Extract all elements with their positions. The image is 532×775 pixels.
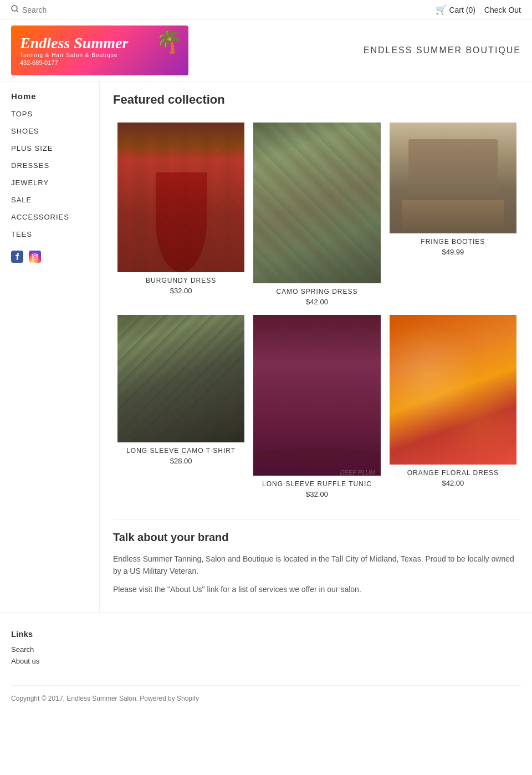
logo-box: Endless Summer Tanning & Hair Salon & Bo… <box>11 26 188 75</box>
sidebar: Home TOPS SHOES PLUS SIZE DRESSES JEWELR… <box>0 81 100 612</box>
sidebar-item-plus-size[interactable]: PLUS SIZE <box>0 140 99 157</box>
palm-tree-icon: 🌴 <box>155 28 183 54</box>
product-card-fringe-booties[interactable]: FRINGE BOOTIES $49.99 <box>385 118 521 310</box>
footer-link-about[interactable]: About us <box>11 657 78 665</box>
search-area <box>11 5 89 14</box>
search-icon <box>11 5 19 14</box>
footer-content: Links Search About us <box>11 629 521 669</box>
cart-icon: 🛒 <box>436 4 447 15</box>
sidebar-item-dresses[interactable]: DRESSES <box>0 157 99 174</box>
product-card-burgundy-dress[interactable]: BURGUNDY DRESS $32.00 <box>113 118 249 310</box>
sidebar-item-sale[interactable]: SALE <box>0 191 99 208</box>
svg-point-3 <box>34 256 37 258</box>
svg-point-4 <box>36 254 37 256</box>
sidebar-item-jewelry[interactable]: JEWELRY <box>0 174 99 191</box>
search-input[interactable] <box>22 6 89 14</box>
sidebar-item-home[interactable]: Home <box>0 87 99 105</box>
logo-title: Endless Summer <box>20 35 128 51</box>
sidebar-item-accessories[interactable]: ACCESSORIES <box>0 208 99 226</box>
product-card-orange-floral[interactable]: ORANGE FLORAL DRESS $42.00 <box>385 310 521 503</box>
sidebar-social <box>0 245 99 268</box>
product-price-1: $42.00 <box>253 298 380 306</box>
checkout-link[interactable]: Check Out <box>484 6 521 14</box>
product-card-camo-tshirt[interactable]: LONG SLEEVE CAMO T-SHIRT $28.00 <box>113 310 249 503</box>
logo-area: Endless Summer Tanning & Hair Salon & Bo… <box>11 26 188 75</box>
checkout-label: Check Out <box>484 6 521 14</box>
products-grid: BURGUNDY DRESS $32.00 CAMO SPRING DRESS … <box>113 118 521 503</box>
product-price-5: $42.00 <box>390 479 516 487</box>
product-name-1: CAMO SPRING DRESS <box>253 288 380 295</box>
main-layout: Home TOPS SHOES PLUS SIZE DRESSES JEWELR… <box>0 81 532 612</box>
svg-line-1 <box>17 11 18 12</box>
main-content: Featured collection BURGUNDY DRESS $32.0… <box>100 81 532 612</box>
footer-link-search[interactable]: Search <box>11 645 78 654</box>
top-bar: 🛒 Cart (0) Check Out <box>0 0 532 20</box>
footer-bottom: Copyright © 2017, Endless Summer Salon. … <box>11 685 521 702</box>
product-name-4: LONG SLEEVE RUFFLE TUNIC <box>253 480 380 488</box>
product-name-5: ORANGE FLORAL DRESS <box>390 469 516 477</box>
product-name-0: BURGUNDY DRESS <box>117 277 244 284</box>
footer-links-section: Links Search About us <box>11 629 78 669</box>
facebook-icon[interactable] <box>11 251 23 263</box>
logo-phone: 432-689-0177 <box>20 59 58 66</box>
brand-paragraph-1: Endless Summer Tanning, Salon and Boutiq… <box>113 553 521 578</box>
featured-collection-title: Featured collection <box>113 93 521 107</box>
brand-section: Talk about your brand Endless Summer Tan… <box>113 519 521 595</box>
product-price-0: $32.00 <box>117 287 244 295</box>
top-right-nav: 🛒 Cart (0) Check Out <box>436 4 521 15</box>
sidebar-item-tees[interactable]: TEES <box>0 226 99 243</box>
product-name-3: LONG SLEEVE CAMO T-SHIRT <box>117 447 244 455</box>
product-price-2: $49.99 <box>390 248 516 256</box>
product-card-camo-spring-dress[interactable]: CAMO SPRING DRESS $42.00 <box>249 118 385 310</box>
product-price-4: $32.00 <box>253 490 380 498</box>
sidebar-item-tops[interactable]: TOPS <box>0 105 99 123</box>
product-name-2: FRINGE BOOTIES <box>390 238 516 246</box>
footer: Links Search About us Copyright © 2017, … <box>0 612 532 713</box>
cart-label: Cart (0) <box>449 6 475 14</box>
store-name: ENDLESS SUMMER BOUTIQUE <box>364 45 521 55</box>
footer-links-heading: Links <box>11 629 78 639</box>
instagram-icon[interactable] <box>29 251 41 263</box>
cart-link[interactable]: 🛒 Cart (0) <box>436 4 475 15</box>
sidebar-item-shoes[interactable]: SHOES <box>0 123 99 140</box>
logo-subtitle: Tanning & Hair Salon & Boutique <box>20 52 118 58</box>
product-card-ruffle-tunic[interactable]: DEEP PLUM LONG SLEEVE RUFFLE TUNIC $32.0… <box>249 310 385 503</box>
brand-title: Talk about your brand <box>113 531 521 544</box>
copyright-text: Copyright © 2017, Endless Summer Salon. … <box>11 695 199 702</box>
product-price-3: $28.00 <box>117 457 244 465</box>
svg-point-0 <box>12 6 17 11</box>
brand-paragraph-2: Please visit the "About Us" link for a l… <box>113 583 521 595</box>
site-header: Endless Summer Tanning & Hair Salon & Bo… <box>0 20 532 81</box>
